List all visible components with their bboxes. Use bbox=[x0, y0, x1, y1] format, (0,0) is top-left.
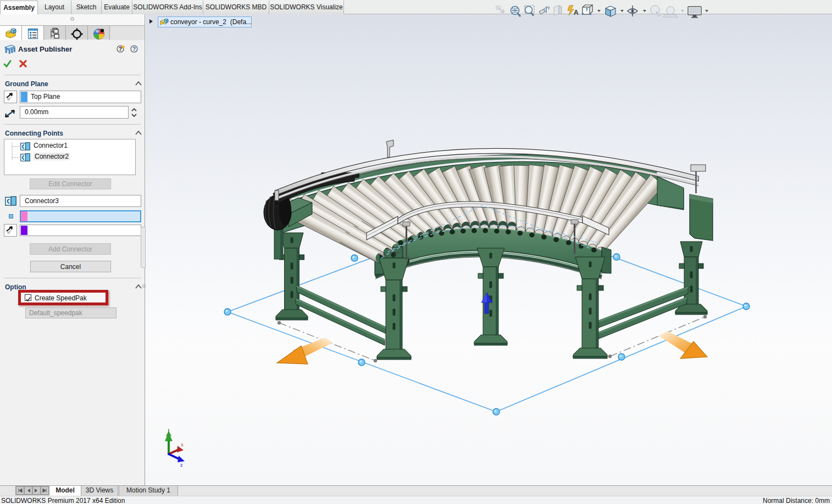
svg-text:z: z bbox=[180, 462, 183, 468]
svg-text:x: x bbox=[181, 441, 184, 447]
